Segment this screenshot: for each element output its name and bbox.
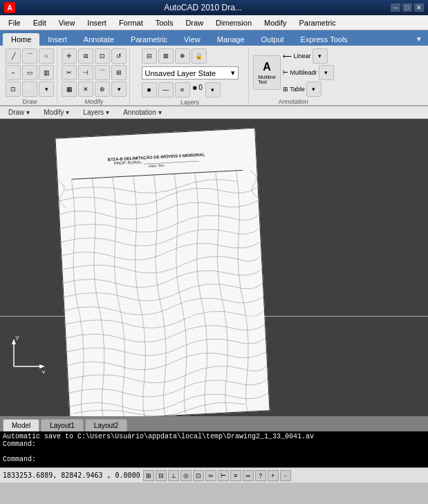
rectangle-button[interactable]: ▭	[22, 65, 37, 80]
crosshair-line	[0, 316, 428, 317]
panel-label-annotation[interactable]: Annotation ▾	[118, 109, 167, 116]
coordinates-display: 1833253.6889, 82842.9463 , 0.0000	[3, 472, 140, 479]
layers-tools: ⊟ ⊠ ❄ 🔒 Unsaved Layer State ▾ ■ — ≡ ■ 0 …	[142, 48, 239, 97]
arc-button[interactable]: ⌢	[6, 65, 21, 80]
command-area[interactable]: Automatic save to C:\Users\Usuário\appda…	[0, 431, 428, 467]
osnap-toggle[interactable]: ⊡	[193, 470, 204, 481]
command-line4: Command:	[3, 456, 425, 463]
autocad-document: BT2A-B DELIMITAÇÃO DE IMÓVEIS II MEMORIA…	[55, 128, 270, 416]
linear-dropdown[interactable]: ▾	[313, 48, 328, 64]
menu-item-edit[interactable]: Edit	[28, 17, 52, 28]
layers-dropdown[interactable]: Unsaved Layer State ▾	[142, 66, 239, 80]
layer-linetype-button[interactable]: —	[158, 82, 174, 97]
menu-item-parametric[interactable]: Parametric	[293, 17, 341, 28]
drawing-area[interactable]: BT2A-B DELIMITAÇÃO DE IMÓVEIS II MEMORIA…	[0, 119, 428, 416]
dropdown-chevron-icon: ▾	[231, 68, 235, 77]
command-line2: Command:	[3, 440, 425, 448]
stretch-button[interactable]: ⊡	[95, 48, 110, 64]
draw-tools: ╱ ⌒ ○ ⌢ ▭ ▥ ⊡ ⬜ ▾	[6, 48, 54, 97]
region-button[interactable]: ⊡	[6, 82, 21, 97]
layer-state-button[interactable]: ⊠	[158, 48, 174, 64]
tab-annotate[interactable]: Annotate	[75, 33, 122, 46]
multileader-label: ⊢ Multileadr	[283, 69, 317, 76]
tab-manage[interactable]: Manage	[209, 33, 253, 46]
panel-label-modify[interactable]: Modify ▾	[38, 109, 75, 116]
modify-more-button[interactable]: ▾	[111, 82, 127, 97]
ducs-toggle[interactable]: ⊢	[218, 470, 229, 481]
window-controls: ─ □ ✕	[391, 3, 424, 12]
otrack-toggle[interactable]: ∞	[205, 470, 216, 481]
hatch-button[interactable]: ▥	[39, 65, 54, 80]
ribbon-tabs: Home Insert Annotate Parametric View Man…	[0, 30, 428, 46]
command-line3	[3, 448, 425, 456]
zoom-in-button[interactable]: +	[268, 470, 279, 481]
layer-color-button[interactable]: ■	[142, 82, 157, 97]
panel-label-layers[interactable]: Layers ▾	[77, 109, 115, 116]
tab-home[interactable]: Home	[3, 33, 39, 46]
ribbon-group-modify: ✛ ⧉ ⊡ ↺ ✂ ⊣ ⌒ ⊞ ▦ ✕ ⊛ ▾ Modif	[59, 47, 130, 104]
line-button[interactable]: ╱	[6, 48, 21, 64]
layers-group-label: Layers	[180, 97, 199, 106]
panel-label-draw[interactable]: Draw ▾	[3, 109, 35, 116]
layer-lock-button[interactable]: 🔒	[192, 48, 207, 64]
scale-button[interactable]: ⊞	[111, 65, 127, 80]
qp-toggle[interactable]: ?	[255, 470, 266, 481]
menu-item-file[interactable]: File	[3, 17, 26, 28]
menu-item-format[interactable]: Format	[113, 17, 149, 28]
zoom-out-button[interactable]: -	[280, 470, 291, 481]
tab-parametric[interactable]: Parametric	[122, 33, 176, 46]
menu-item-insert[interactable]: Insert	[82, 17, 112, 28]
erase-button[interactable]: ✕	[78, 82, 93, 97]
tab-collapse-icon[interactable]: ▾	[413, 32, 425, 46]
layer-props-button[interactable]: ⊟	[142, 48, 157, 64]
wipeout-button[interactable]: ⬜	[22, 82, 37, 97]
modify-group-label: Modify	[85, 97, 104, 105]
menu-item-dimension[interactable]: Dimension	[210, 17, 257, 28]
menu-item-modify[interactable]: Modify	[259, 17, 292, 28]
move-button[interactable]: ✛	[62, 48, 77, 64]
polar-toggle[interactable]: ◎	[180, 470, 192, 481]
draw-more-button[interactable]: ▾	[39, 82, 54, 97]
tab-model[interactable]: Model	[3, 419, 39, 431]
mirror-button[interactable]: ⊣	[78, 65, 93, 80]
app-icon: A	[4, 2, 15, 13]
close-button[interactable]: ✕	[414, 3, 424, 12]
menu-item-view[interactable]: View	[53, 17, 81, 28]
maximize-button[interactable]: □	[402, 3, 412, 12]
layer-freeze-button[interactable]: ❄	[175, 48, 190, 64]
ortho-toggle[interactable]: ⊥	[168, 470, 179, 481]
model-tabs: Model Layout1 Layout2	[0, 416, 428, 431]
lw-toggle[interactable]: ═	[243, 470, 254, 481]
multiline-text-button[interactable]: A MultilineText	[253, 55, 281, 90]
tab-express-tools[interactable]: Express Tools	[292, 33, 356, 46]
menu-item-tools[interactable]: Tools	[150, 17, 179, 28]
array-button[interactable]: ▦	[62, 82, 77, 97]
explode-button[interactable]: ⊛	[95, 82, 110, 97]
tab-layout1[interactable]: Layout1	[41, 419, 84, 431]
color-btn[interactable]: ▾	[205, 82, 221, 97]
linear-label: ⟵ Linear	[283, 53, 311, 59]
circle-button[interactable]: ○	[39, 48, 54, 64]
copy-button[interactable]: ⧉	[78, 48, 93, 64]
rotate-button[interactable]: ↺	[111, 48, 127, 64]
status-icons: ⊞ ⊟ ⊥ ◎ ⊡ ∞ ⊢ ≡ ═ ? + -	[143, 470, 291, 481]
tab-output[interactable]: Output	[253, 33, 292, 46]
tab-insert[interactable]: Insert	[39, 33, 75, 46]
tab-view[interactable]: View	[176, 33, 209, 46]
annotation-tools: A MultilineText ⟵ Linear ▾ ⊢ Multileadr …	[253, 48, 334, 97]
tab-layout2[interactable]: Layout2	[85, 419, 128, 431]
polyline-button[interactable]: ⌒	[22, 48, 37, 64]
svg-text:X: X	[41, 369, 46, 373]
trim-button[interactable]: ✂	[62, 65, 77, 80]
dyn-toggle[interactable]: ≡	[230, 470, 241, 481]
minimize-button[interactable]: ─	[391, 3, 400, 12]
layer-lineweight-button[interactable]: ≡	[175, 82, 190, 97]
table-dropdown[interactable]: ▾	[306, 82, 322, 97]
snap-toggle[interactable]: ⊟	[156, 470, 167, 481]
menu-item-draw[interactable]: Draw	[180, 17, 209, 28]
axis-indicator: Y X	[7, 332, 48, 375]
grid-toggle[interactable]: ⊞	[143, 470, 154, 481]
multileader-dropdown[interactable]: ▾	[319, 65, 334, 80]
fillet-button[interactable]: ⌒	[95, 65, 110, 80]
svg-marker-3	[39, 364, 45, 368]
